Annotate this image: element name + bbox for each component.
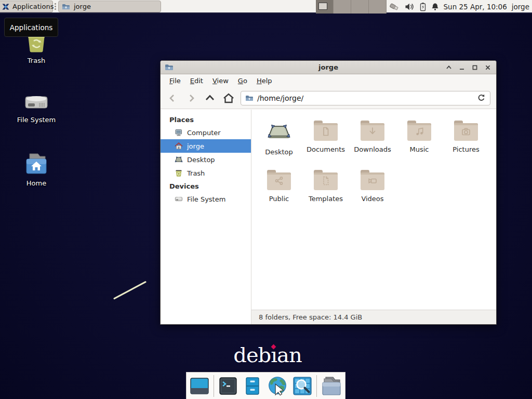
file-item-documents[interactable]: Documents bbox=[302, 118, 349, 168]
workspace-1[interactable] bbox=[316, 0, 334, 14]
application-finder-icon[interactable] bbox=[292, 375, 313, 397]
dock-separator bbox=[316, 375, 317, 397]
file-item-downloads[interactable]: Downloads bbox=[349, 118, 396, 168]
sidebar-item-label: Computer bbox=[187, 129, 221, 137]
terminal-icon[interactable] bbox=[218, 375, 238, 397]
documents-folder-icon bbox=[314, 123, 338, 141]
file-item-templates[interactable]: Templates bbox=[302, 168, 349, 217]
templates-folder-icon bbox=[314, 172, 338, 190]
panel-tray: Sun 25 Apr, 10:06 jorge bbox=[389, 0, 532, 14]
battery-icon[interactable] bbox=[419, 2, 427, 11]
file-item-label: Downloads bbox=[354, 145, 391, 153]
forward-button[interactable] bbox=[184, 91, 198, 105]
workspace-2[interactable] bbox=[334, 0, 351, 14]
stray-line-artifact bbox=[113, 281, 147, 300]
sidebar-item-label: Desktop bbox=[187, 156, 215, 164]
shade-button[interactable] bbox=[445, 63, 453, 72]
removable-device-icon[interactable] bbox=[389, 2, 400, 11]
applications-tooltip: Applications bbox=[4, 18, 58, 37]
menu-help[interactable]: Help bbox=[252, 75, 277, 86]
minimize-button[interactable] bbox=[458, 63, 466, 72]
music-folder-icon bbox=[407, 123, 431, 141]
top-panel: Applications jorge bbox=[0, 0, 532, 14]
desktop-icon-label: Home bbox=[26, 179, 46, 187]
panel-clock[interactable]: Sun 25 Apr, 10:06 bbox=[444, 3, 507, 11]
sidebar-item-desktop[interactable]: Desktop bbox=[161, 153, 251, 166]
pictures-folder-icon bbox=[454, 123, 478, 141]
places-header: Places bbox=[161, 113, 251, 126]
desktop-icon-label: File System bbox=[17, 116, 56, 124]
file-cabinet-icon[interactable] bbox=[242, 375, 263, 397]
file-item-videos[interactable]: Videos bbox=[349, 168, 396, 217]
folder-icon bbox=[62, 3, 70, 11]
up-button[interactable] bbox=[203, 91, 217, 105]
hard-drive-icon bbox=[175, 195, 183, 203]
sidebar-item-trash[interactable]: Trash bbox=[161, 166, 251, 180]
menu-view[interactable]: View bbox=[208, 75, 233, 86]
file-item-public[interactable]: Public bbox=[256, 168, 302, 217]
maximize-button[interactable] bbox=[471, 63, 479, 72]
file-item-label: Pictures bbox=[453, 145, 479, 153]
menu-file[interactable]: File bbox=[165, 75, 185, 86]
taskbar-button-label: jorge bbox=[74, 3, 91, 10]
file-manager-window: jorge File Edit View Go Help bbox=[160, 60, 497, 325]
desktop-icon-file-system[interactable]: File System bbox=[8, 91, 65, 124]
panel-username[interactable]: jorge bbox=[512, 3, 529, 11]
toolbar: /home/jorge/ bbox=[161, 87, 496, 109]
workspace-4[interactable] bbox=[369, 0, 387, 14]
public-folder-icon bbox=[267, 172, 291, 190]
file-item-music[interactable]: Music bbox=[396, 118, 443, 168]
trash-icon bbox=[175, 169, 183, 177]
home-button[interactable] bbox=[222, 91, 235, 105]
window-icon bbox=[165, 63, 174, 72]
folder-view[interactable]: Desktop Documents bbox=[251, 110, 496, 324]
sidebar-item-file-system[interactable]: File System bbox=[161, 192, 251, 206]
file-item-label: Public bbox=[269, 195, 289, 203]
home-folder-icon bbox=[23, 153, 49, 176]
sidebar-item-label: File System bbox=[187, 195, 225, 203]
show-desktop-icon[interactable] bbox=[189, 375, 210, 397]
volume-icon[interactable] bbox=[405, 2, 415, 11]
sidebar-item-computer[interactable]: Computer bbox=[161, 126, 251, 139]
notification-bell-icon[interactable] bbox=[431, 2, 439, 11]
computer-icon bbox=[175, 128, 183, 137]
downloads-folder-icon bbox=[361, 123, 384, 141]
desktop-icon bbox=[175, 155, 183, 164]
file-item-label: Music bbox=[410, 145, 429, 153]
location-bar[interactable]: /home/jorge/ bbox=[241, 91, 490, 105]
file-item-label: Videos bbox=[361, 195, 383, 203]
applications-menu-button[interactable]: Applications bbox=[0, 1, 53, 12]
file-item-desktop[interactable]: Desktop bbox=[256, 118, 302, 168]
close-button[interactable] bbox=[484, 63, 492, 72]
reload-icon[interactable] bbox=[477, 94, 486, 102]
web-browser-icon[interactable] bbox=[267, 375, 288, 397]
hard-drive-icon bbox=[23, 91, 49, 112]
file-manager-icon[interactable] bbox=[321, 375, 342, 397]
file-item-label: Documents bbox=[307, 145, 345, 153]
panel-separator-grip bbox=[55, 3, 56, 10]
desktop-icon-label: Trash bbox=[28, 57, 45, 64]
workspace-3[interactable] bbox=[351, 0, 369, 14]
desktop-icon-home[interactable]: Home bbox=[8, 153, 65, 187]
debian-wordmark: debıan bbox=[231, 343, 304, 367]
file-item-pictures[interactable]: Pictures bbox=[443, 118, 489, 168]
statusbar: 8 folders, Free space: 14.4 GiB bbox=[251, 310, 496, 324]
folder-icon bbox=[245, 94, 254, 102]
workspace-window-miniature bbox=[318, 3, 327, 10]
dock-separator bbox=[214, 375, 214, 397]
applications-menu-label: Applications bbox=[12, 3, 54, 10]
window-titlebar[interactable]: jorge bbox=[161, 61, 496, 74]
menubar: File Edit View Go Help bbox=[161, 74, 496, 87]
file-item-label: Templates bbox=[309, 195, 343, 203]
xfce-logo-icon bbox=[2, 3, 10, 11]
bottom-dock bbox=[186, 372, 345, 399]
menu-go[interactable]: Go bbox=[233, 75, 252, 86]
back-button[interactable] bbox=[166, 91, 179, 105]
sidebar-item-jorge[interactable]: jorge bbox=[161, 139, 251, 153]
location-input[interactable]: /home/jorge/ bbox=[257, 94, 473, 102]
side-pane: Places Computer bbox=[161, 110, 251, 324]
menu-edit[interactable]: Edit bbox=[185, 75, 208, 86]
videos-folder-icon bbox=[361, 172, 384, 190]
taskbar-button-jorge[interactable]: jorge bbox=[58, 1, 161, 12]
desktop-folder-icon bbox=[265, 118, 292, 143]
